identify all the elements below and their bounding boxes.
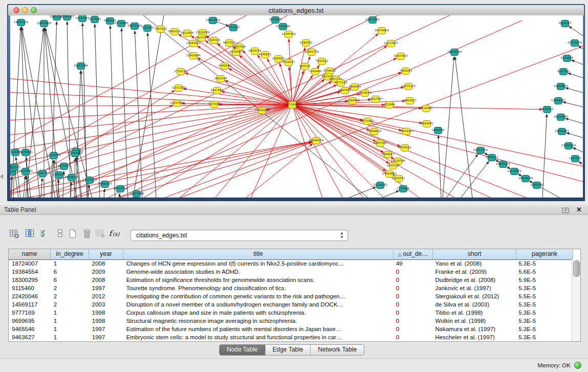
graph-edge[interactable]	[563, 102, 583, 107]
table-vertical-scrollbar[interactable]	[572, 259, 580, 341]
graph-edge[interactable]	[569, 26, 583, 36]
graph-node[interactable]: 1527602	[89, 16, 101, 23]
column-header-name[interactable]: name	[9, 249, 51, 259]
cell[interactable]: Embryonic stem cells: a model to study s…	[123, 333, 393, 341]
cell[interactable]: 19384554	[9, 268, 51, 276]
graph-node[interactable]: 8215953	[541, 106, 554, 113]
cell[interactable]: Franke et al. (2009)	[432, 268, 516, 276]
cell[interactable]: 5.3E-5	[515, 317, 572, 325]
graph-node[interactable]: 7857223	[227, 25, 240, 31]
graph-node[interactable]: 16648794	[447, 49, 462, 56]
cell[interactable]: 2008	[89, 259, 123, 268]
graph-node[interactable]: 9242848	[219, 63, 231, 70]
graph-node[interactable]: 16053809	[206, 17, 220, 24]
graph-node[interactable]: 9146821	[259, 52, 272, 58]
cell[interactable]: 0	[393, 284, 432, 292]
graph-edge[interactable]	[542, 114, 547, 198]
graph-node[interactable]: 14671988	[127, 23, 142, 30]
cell[interactable]: 5.3E-5	[515, 333, 572, 341]
cell[interactable]: 18724007	[9, 259, 51, 268]
graph-edge[interactable]	[246, 144, 313, 198]
cell[interactable]: 9777169	[9, 309, 51, 317]
graph-node[interactable]: 20206526	[47, 152, 61, 159]
function-builder-button[interactable]: f(x)	[108, 227, 121, 240]
graph-node[interactable]: 16543812	[186, 40, 201, 47]
graph-node[interactable]: 12325419	[281, 31, 296, 38]
graph-edge[interactable]	[45, 28, 92, 198]
cell[interactable]: 2003	[89, 300, 123, 309]
graph-node[interactable]: 10825291	[496, 161, 510, 168]
graph-node[interactable]: 1615132	[387, 163, 400, 169]
graph-edge[interactable]	[579, 162, 583, 165]
graph-node[interactable]: 1733426	[397, 186, 410, 192]
graph-edge[interactable]	[10, 105, 173, 184]
cell[interactable]: 2	[51, 284, 89, 292]
cell[interactable]: 0	[393, 317, 432, 325]
table-row[interactable]: 1872400712008Changes of HCN gene express…	[9, 259, 572, 268]
graph-node[interactable]: 13958167	[98, 181, 112, 188]
cell[interactable]: 5.3E-5	[515, 259, 572, 268]
cell[interactable]: Genome-wide association studies in ADHD.	[123, 268, 393, 276]
cell[interactable]: 2012	[89, 292, 123, 300]
cell[interactable]: Yano et al. (2008)	[432, 259, 516, 268]
graph-edge[interactable]	[56, 15, 461, 198]
graph-node[interactable]: 8912954	[181, 30, 194, 37]
close-panel-button[interactable]: ✕	[576, 206, 582, 213]
graph-edge[interactable]	[71, 182, 72, 198]
graph-node[interactable]: 2718176	[175, 69, 187, 75]
row-pair-button[interactable]	[54, 227, 66, 240]
cell[interactable]: 1	[51, 325, 89, 333]
tab-network-table[interactable]: Network Table	[311, 345, 364, 355]
graph-node[interactable]: 9315911	[10, 169, 18, 176]
graph-edge[interactable]	[104, 189, 104, 198]
cell[interactable]: 5.3E-5	[515, 309, 572, 317]
graph-node[interactable]: 7515349	[141, 25, 154, 32]
table-row[interactable]: 1938455462009Genome-wide association stu…	[9, 268, 572, 276]
column-header-in_degree[interactable]: in_degree	[51, 249, 89, 259]
cell[interactable]: 6	[51, 276, 89, 284]
graph-node[interactable]: 12118829	[507, 168, 521, 175]
graph-node[interactable]: 9129946	[561, 55, 574, 62]
cell[interactable]: 14569117	[9, 300, 51, 309]
graph-node[interactable]: 2522541	[393, 176, 405, 182]
graph-node[interactable]: 9699695	[421, 121, 433, 127]
graph-edge[interactable]	[121, 28, 128, 198]
graph-node[interactable]: 16018034	[518, 176, 533, 182]
graph-edge[interactable]	[443, 57, 454, 198]
float-panel-button[interactable]	[562, 207, 570, 213]
cell[interactable]: 1998	[89, 309, 123, 317]
graph-node[interactable]: 9463627	[404, 98, 417, 104]
graph-edge[interactable]	[292, 105, 583, 182]
graph-node[interactable]: 9227343	[557, 69, 570, 75]
cell[interactable]: Tourette syndrome. Phenomenology and cla…	[123, 284, 393, 292]
cell[interactable]: 0	[393, 268, 432, 276]
graph-node[interactable]: 16961758	[304, 49, 319, 56]
cell[interactable]: 2	[51, 300, 89, 309]
cell[interactable]: 5.3E-5	[515, 284, 572, 292]
graph-edge[interactable]	[382, 191, 399, 198]
graph-node[interactable]: 10688609	[367, 128, 381, 135]
graph-node[interactable]: 621604	[384, 102, 395, 108]
cell[interactable]: 1997	[89, 325, 123, 333]
cell[interactable]: Wolkin et al. (1998)	[432, 317, 516, 325]
table-panel-titlebar[interactable]: Table Panel ✕	[0, 204, 588, 215]
cell[interactable]: 5.9E-5	[515, 276, 572, 284]
graph-node[interactable]: 9875685	[230, 49, 243, 56]
graph-node[interactable]: 12213967	[384, 40, 398, 47]
graph-node[interactable]: 1170066	[208, 101, 221, 108]
tab-edge-table[interactable]: Edge Table	[266, 345, 311, 355]
cell[interactable]: de Silva et al. (2003)	[432, 300, 516, 309]
cell[interactable]: 9465546	[9, 325, 51, 333]
graph-edge[interactable]	[565, 87, 583, 93]
graph-node[interactable]: 10719166	[114, 20, 128, 27]
new-column-button[interactable]	[67, 227, 79, 240]
graph-node[interactable]: 6497568	[339, 87, 352, 94]
graph-node[interactable]: 12505135	[64, 174, 79, 181]
table-row[interactable]: 977716911998Corpus callosum shape and si…	[9, 309, 572, 317]
table-row[interactable]: 969969511998Structural magnetic resonanc…	[9, 317, 572, 325]
table-row[interactable]: 911546021997Tourette syndrome. Phenomeno…	[9, 284, 572, 292]
cell[interactable]: Structural magnetic resonance image aver…	[123, 317, 393, 325]
graph-node[interactable]: 7963822	[155, 26, 167, 33]
graph-node[interactable]: 12093872	[554, 83, 568, 90]
graph-node[interactable]: 12213389	[171, 85, 186, 92]
